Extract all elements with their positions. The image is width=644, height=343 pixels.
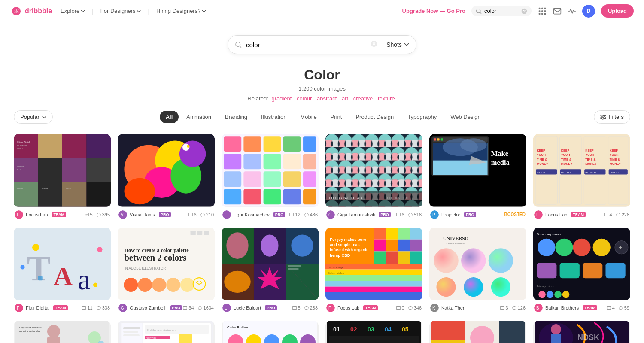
shot-meta: V Visual JamsPRO 6 210: [118, 207, 215, 221]
svg-rect-184: [398, 228, 410, 240]
apps-icon[interactable]: [538, 6, 547, 16]
svg-point-136: [97, 247, 102, 252]
tag-abstract[interactable]: abstract: [317, 95, 337, 102]
svg-rect-223: [583, 263, 602, 278]
shot-card[interactable]: V Visual JamsPRO 6 210: [118, 134, 215, 221]
tag-art[interactable]: art: [342, 95, 348, 102]
results-header: Color 1,200 color images Related: gradie…: [0, 63, 644, 110]
shot-author: F Focus LabTEAM: [326, 304, 378, 312]
tag-gradient[interactable]: gradient: [271, 95, 292, 102]
svg-text:P: P: [432, 212, 435, 217]
activity-icon[interactable]: [568, 7, 576, 15]
svg-text:Wulfenite: Wulfenite: [17, 165, 25, 167]
search-mini[interactable]: [471, 6, 532, 16]
search-input[interactable]: [246, 41, 366, 49]
popular-dropdown[interactable]: Popular: [14, 110, 53, 124]
shot-card[interactable]: How to create a color palette between 2 …: [118, 228, 215, 314]
svg-text:KEEP: KEEP: [610, 149, 618, 152]
tab-mobile[interactable]: Mobile: [294, 111, 322, 123]
shot-card[interactable]: UNIVERSO Colour Ballroom: [429, 228, 526, 314]
author-avatar: E: [222, 210, 231, 219]
svg-text:G: G: [121, 306, 124, 310]
shot-card[interactable]: Find the most startup jobs Apply Now D D…: [118, 321, 215, 343]
svg-text:PATRIOT: PATRIOT: [610, 171, 621, 174]
svg-text:TIME &: TIME &: [537, 158, 547, 161]
filters-button[interactable]: Filters: [594, 110, 630, 124]
svg-text:Prime Digital: Prime Digital: [17, 141, 30, 143]
tab-typography[interactable]: Typography: [401, 111, 443, 123]
tag-colour[interactable]: colour: [297, 95, 312, 102]
svg-rect-28: [62, 158, 87, 183]
svg-rect-188: [398, 239, 410, 251]
shot-card[interactable]: Make media P ProjectorPRO BOOSTED: [429, 134, 526, 221]
shot-card[interactable]: T A a F Flair DigitalTEAM: [14, 228, 111, 314]
upgrade-button[interactable]: Upgrade Now — Go Pro: [402, 8, 465, 14]
svg-rect-25: [87, 134, 111, 158]
tab-product-design[interactable]: Product Design: [349, 111, 400, 123]
tab-animation[interactable]: Animation: [180, 111, 217, 123]
nav-explore[interactable]: Explore: [61, 8, 85, 15]
search-mini-icon: [476, 8, 482, 14]
tab-print[interactable]: Print: [325, 111, 348, 123]
nav-divider-1: |: [92, 8, 94, 15]
shot-card[interactable]: 01 02 03 04 05 Black & White D DesignerP…: [325, 321, 422, 343]
shot-card[interactable]: Secondary colors + Primary colors: [533, 228, 630, 314]
shot-card[interactable]: For joy makes pure and simple teas infus…: [325, 228, 422, 314]
shot-author: L Lucie BajgartPRO: [222, 304, 277, 312]
shot-card[interactable]: Prime Digital WULFENITE WHITE Wulfenite …: [14, 134, 111, 221]
shot-image: [118, 134, 215, 207]
svg-rect-286: [551, 334, 561, 343]
shots-dropdown[interactable]: Shots: [386, 41, 409, 48]
svg-rect-4: [541, 7, 543, 9]
search-mini-clear-icon[interactable]: [521, 8, 527, 14]
related-label: Related:: [247, 95, 268, 102]
sort-chevron-icon: [42, 116, 46, 118]
svg-text:MONEY: MONEY: [537, 162, 548, 166]
svg-point-209: [489, 248, 513, 273]
svg-rect-155: [197, 231, 202, 235]
svg-rect-33: [87, 182, 111, 207]
svg-rect-72: [243, 189, 261, 204]
tag-texture[interactable]: texture: [378, 95, 395, 102]
navbar-left: dribbble Explore | For Designers | Hirin…: [10, 7, 206, 15]
tab-illustration[interactable]: Illustration: [255, 111, 292, 123]
shot-card[interactable]: NDSK B DesignerTEAM: [533, 321, 630, 343]
search-section: Shots: [0, 22, 644, 63]
tab-branding[interactable]: Branding: [219, 111, 253, 123]
shot-image: [222, 228, 319, 301]
svg-point-50: [179, 140, 206, 167]
shot-card[interactable]: Color Button D Designer: [222, 321, 319, 343]
tag-creative[interactable]: creative: [353, 95, 373, 102]
logo-text: dribbble: [25, 7, 52, 15]
author-avatar: L: [222, 304, 231, 312]
shot-stats: 5 238: [292, 305, 318, 310]
shot-card[interactable]: D Designer: [429, 321, 526, 343]
search-clear-icon[interactable]: [371, 40, 377, 49]
tab-web-design[interactable]: Web Design: [444, 111, 487, 123]
upload-button[interactable]: Upload: [601, 4, 634, 18]
svg-rect-60: [303, 136, 316, 152]
search-mini-input[interactable]: [484, 8, 519, 14]
shot-card[interactable]: L Lucie BajgartPRO 5 238: [222, 228, 319, 314]
shot-card[interactable]: KEEP YOUR TIME & MONEY PATRIOT KEEP YOUR…: [533, 134, 630, 221]
svg-text:TIME &: TIME &: [585, 158, 595, 161]
shot-card[interactable]: COLOUR PALETTE 414 COLOURS.CAFE G Giga T…: [325, 134, 422, 221]
logo[interactable]: dribbble: [10, 7, 52, 15]
shot-card[interactable]: E Egor KosmachevPRO 12 436: [222, 134, 319, 221]
svg-text:TIME &: TIME &: [610, 158, 620, 161]
nav-hiring[interactable]: Hiring Designers?: [156, 8, 206, 15]
mail-icon[interactable]: [553, 7, 562, 15]
nav-for-designers[interactable]: For Designers: [100, 8, 141, 15]
shots-grid: Prime Digital WULFENITE WHITE Wulfenite …: [0, 131, 644, 343]
shot-image: [222, 134, 319, 207]
svg-text:F: F: [328, 306, 331, 310]
svg-text:hemp CBD: hemp CBD: [330, 253, 350, 257]
clear-icon[interactable]: [371, 40, 377, 47]
svg-text:03: 03: [368, 326, 374, 333]
svg-point-169: [224, 270, 251, 292]
shot-card[interactable]: Only 35% of customers are using startup …: [14, 321, 111, 343]
avatar[interactable]: D: [582, 5, 595, 18]
svg-rect-186: [374, 239, 386, 251]
tab-all[interactable]: All: [160, 111, 179, 123]
svg-text:IN ADOBE ILLUSTRATOR: IN ADOBE ILLUSTRATOR: [124, 266, 166, 270]
